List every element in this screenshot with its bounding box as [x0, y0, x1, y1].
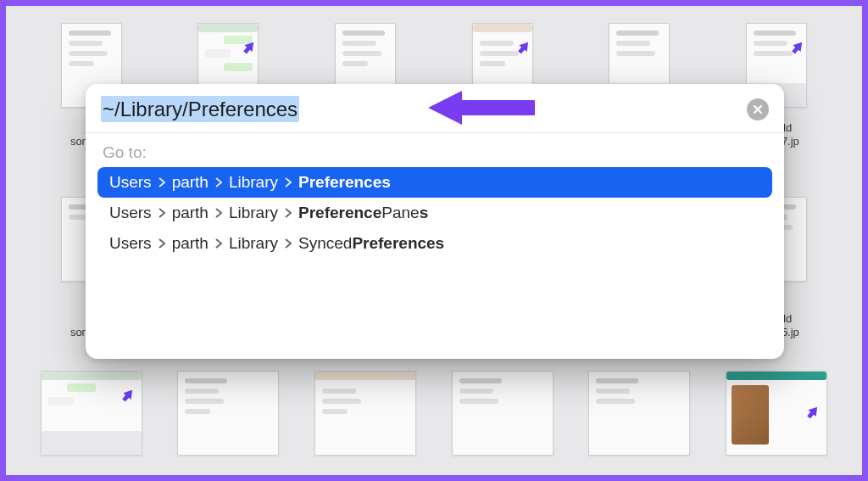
goto-result-item[interactable]: Users parth Library PreferencePanes	[97, 198, 772, 228]
file-item[interactable]	[443, 371, 562, 456]
path-segment-final: PreferencePanes	[298, 204, 428, 222]
finder-window-background: h som...pg to add ...hat 7.jp h som...pg…	[6, 6, 862, 475]
close-icon	[753, 104, 763, 115]
path-segment: Library	[229, 204, 278, 222]
chevron-right-icon	[285, 177, 292, 187]
chevron-right-icon	[159, 238, 165, 249]
chevron-right-icon	[159, 208, 165, 218]
goto-results: Go to: Users parth Library Preferences U…	[86, 133, 784, 267]
path-segment: Users	[109, 204, 152, 222]
path-segment: parth	[172, 234, 209, 253]
goto-input-row: ~/Library/Preferences	[86, 84, 784, 133]
path-segment: Library	[229, 173, 278, 192]
chevron-right-icon	[215, 208, 222, 218]
path-segment-final: SyncedPreferences	[298, 234, 444, 253]
file-item[interactable]	[169, 371, 287, 456]
chevron-right-icon	[285, 238, 292, 249]
file-item[interactable]	[717, 371, 836, 456]
clear-input-button[interactable]	[747, 98, 769, 120]
goto-result-item[interactable]: Users parth Library Preferences	[97, 167, 772, 198]
chevron-right-icon	[159, 177, 165, 187]
goto-result-item[interactable]: Users parth Library SyncedPreferences	[97, 228, 772, 259]
path-segment-final: Preferences	[298, 173, 391, 192]
chevron-right-icon	[215, 238, 222, 249]
file-grid-row	[6, 371, 862, 456]
goto-path-input[interactable]: ~/Library/Preferences	[101, 96, 299, 122]
path-segment: parth	[172, 204, 209, 222]
annotation-arrow-icon	[425, 87, 535, 128]
file-item[interactable]	[32, 371, 151, 456]
goto-folder-sheet: ~/Library/Preferences Go to: Users parth…	[86, 84, 784, 359]
chevron-right-icon	[285, 208, 292, 218]
file-item[interactable]	[580, 371, 698, 456]
path-segment: parth	[172, 173, 209, 192]
chevron-right-icon	[215, 177, 222, 187]
path-segment: Users	[109, 234, 152, 253]
file-item[interactable]	[306, 371, 425, 456]
goto-section-label: Go to:	[97, 142, 772, 167]
path-segment: Users	[109, 173, 152, 192]
path-segment: Library	[229, 234, 278, 253]
